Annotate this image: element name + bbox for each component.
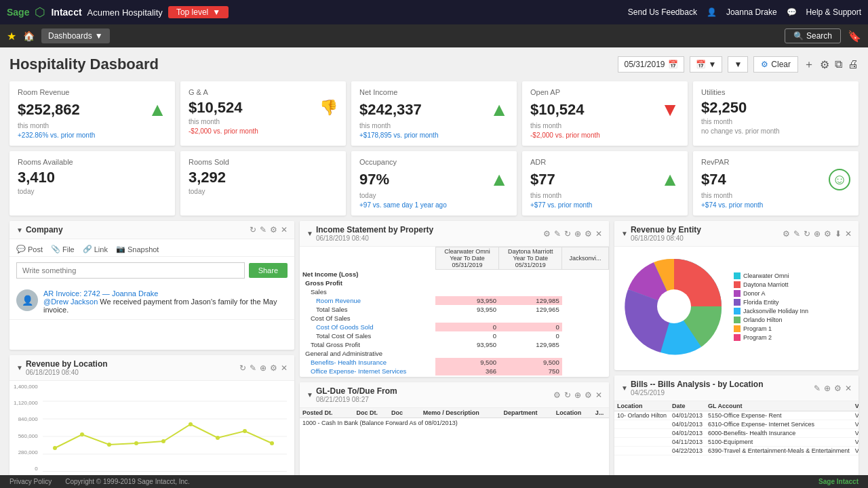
settings-icon[interactable]: ⚙ — [834, 384, 842, 393]
close-icon[interactable]: ✕ — [595, 229, 602, 239]
filter-icon[interactable]: ⚙ — [553, 390, 561, 400]
zoom-icon[interactable]: ⊕ — [814, 229, 821, 239]
zoom-icon[interactable]: ⊕ — [260, 363, 267, 373]
snapshot-tab[interactable]: 📷 Snapshot — [116, 245, 159, 253]
table-row: Cost Of Sales — [300, 314, 609, 323]
file-tab[interactable]: 📎 File — [51, 245, 75, 253]
close-icon[interactable]: ✕ — [281, 363, 288, 373]
filter-icon[interactable]: ⚙ — [783, 229, 790, 239]
date-picker-2[interactable]: 📅 ▼ — [690, 56, 723, 73]
col-header: Department — [494, 408, 548, 418]
print-button[interactable]: 🖨 — [848, 58, 859, 70]
zoom-icon[interactable]: ⊕ — [574, 229, 581, 239]
legend-item: Donor A — [734, 290, 808, 297]
dashboards-nav[interactable]: Dashboards ▼ — [41, 28, 110, 43]
table-row: Office Expense- Other00 — [300, 375, 609, 378]
refresh-icon[interactable]: ↻ — [564, 229, 571, 239]
collapse-icon[interactable]: ▼ — [307, 230, 313, 237]
feed-link[interactable]: AR Invoice: 2742 — Joanna Drake — [43, 289, 158, 298]
company-name: Acumen Hospitality — [87, 7, 163, 18]
clear-button[interactable]: ⚙ Clear — [753, 56, 798, 73]
revenue-location-header: ▼ Revenue by Location 06/18/2019 08:40 ↻… — [9, 355, 294, 381]
refresh-icon[interactable]: ↻ — [804, 229, 810, 239]
edit-icon[interactable]: ✎ — [793, 229, 800, 239]
collapse-icon[interactable]: ▼ — [16, 226, 23, 234]
settings-icon[interactable]: ⚙ — [824, 229, 831, 239]
kpi-label: RevPAR — [701, 158, 850, 166]
zoom-icon[interactable]: ⊕ — [824, 384, 831, 393]
income-table: Clearwater OmniYear To Date05/31/2019 Da… — [300, 247, 609, 377]
refresh-icon[interactable]: ↻ — [239, 363, 246, 373]
svg-point-8 — [134, 441, 138, 445]
close-icon[interactable]: ✕ — [845, 229, 852, 239]
collapse-icon[interactable]: ▼ — [307, 391, 313, 399]
user-icon: 👤 — [707, 7, 717, 17]
message-icon[interactable]: 💬 — [787, 7, 797, 17]
home-icon[interactable]: 🏠 — [23, 30, 35, 41]
entity-title: Revenue by Entity — [631, 225, 701, 235]
close-icon[interactable]: ✕ — [845, 384, 852, 393]
edit-icon[interactable]: ✎ — [554, 229, 561, 239]
close-icon[interactable]: ✕ — [595, 390, 602, 400]
date-picker[interactable]: 05/31/2019 📅 — [618, 56, 684, 73]
edit-icon[interactable]: ✎ — [814, 384, 821, 393]
feedback-link[interactable]: Send Us Feedback — [628, 7, 697, 17]
kpi-period: this month — [359, 122, 509, 129]
kpi-period: today — [18, 188, 167, 195]
kpi-change: +232.86% vs. prior month — [18, 131, 167, 139]
bills-table-container[interactable]: Location Date GL Account Vendo... 10- Or… — [614, 401, 859, 487]
panel-icons: ✎ ⊕ ⚙ ✕ — [814, 384, 852, 393]
col-header: Date — [669, 401, 705, 411]
write-input[interactable] — [16, 262, 245, 279]
feed-item: 👤 AR Invoice: 2742 — Joanna Drake @Drew … — [9, 284, 294, 320]
privacy-link[interactable]: Privacy Policy — [9, 478, 52, 485]
refresh-icon[interactable]: ↻ — [564, 390, 571, 400]
clear-label: Clear — [771, 60, 791, 69]
edit-icon[interactable]: ✎ — [260, 225, 267, 235]
favorites-icon[interactable]: ★ — [7, 30, 16, 43]
income-date: 06/18/2019 08:40 — [316, 235, 433, 242]
dropdown-icon: ▼ — [709, 60, 717, 69]
collapse-icon[interactable]: ▼ — [621, 230, 628, 237]
top-navigation: Sage ⬡ Intacct Acumen Hospitality Top le… — [0, 0, 868, 24]
kpi-change: -$2,000 vs. prior month — [530, 131, 679, 139]
filter-icon[interactable]: ⚙ — [543, 229, 551, 239]
kpi-value-row: 97% ▲ — [359, 169, 509, 190]
entity-panel-header: ▼ Revenue by Entity 06/18/2019 08:40 ⚙ ✎… — [614, 221, 859, 247]
close-icon[interactable]: ✕ — [281, 225, 288, 235]
svg-point-24 — [657, 289, 691, 323]
income-table-container[interactable]: Clearwater OmniYear To Date05/31/2019 Da… — [300, 247, 609, 377]
settings-icon[interactable]: ⚙ — [585, 390, 592, 400]
table-row: 10- Orlando Hilton 04/01/2013 5150-Offic… — [614, 411, 859, 420]
col-header: Doc Dt. — [349, 408, 385, 418]
feed-user-link[interactable]: @Drew Jackson — [43, 298, 98, 306]
link-tab[interactable]: 🔗 Link — [83, 245, 108, 253]
table-row: 04/22/2013 6390-Travel & Entertainment-M… — [614, 447, 859, 455]
zoom-icon[interactable]: ⊕ — [574, 390, 581, 400]
share-button[interactable]: Share — [249, 263, 288, 278]
kpi-room-revenue: Room Revenue $252,862 ▲ this month +232.… — [9, 81, 175, 146]
search-button[interactable]: 🔍 Search — [785, 28, 841, 43]
copy-button[interactable]: ⧉ — [835, 58, 842, 70]
post-tab[interactable]: 💬 Post — [16, 245, 43, 253]
gl-table-container[interactable]: Posted Dt. Doc Dt. Doc Memo / Descriptio… — [300, 408, 609, 484]
refresh-icon[interactable]: ↻ — [250, 225, 256, 235]
collapse-icon[interactable]: ▼ — [621, 384, 628, 392]
help-link[interactable]: Help & Support — [806, 7, 861, 17]
download-icon[interactable]: ⬇ — [835, 229, 842, 239]
edit-icon[interactable]: ✎ — [250, 363, 256, 373]
date-picker-3[interactable]: ▼ — [728, 56, 748, 73]
settings-icon[interactable]: ⚙ — [270, 225, 277, 235]
income-panel: ▼ Income Statement by Property 06/18/201… — [300, 221, 609, 377]
collapse-icon[interactable]: ▼ — [16, 364, 23, 371]
kpi-period: this month — [18, 122, 167, 129]
user-name: Joanna Drake — [726, 7, 777, 17]
add-button[interactable]: ＋ — [804, 58, 814, 72]
top-level-badge[interactable]: Top level ▼ — [168, 6, 229, 18]
up-arrow-icon: ▲ — [660, 169, 679, 190]
settings-icon[interactable]: ⚙ — [585, 229, 592, 239]
settings-icon[interactable]: ⚙ — [270, 363, 277, 373]
settings-button[interactable]: ⚙ — [820, 58, 829, 71]
kpi-value: 3,410 — [18, 169, 55, 186]
bookmark-icon[interactable]: 🔖 — [848, 30, 861, 43]
